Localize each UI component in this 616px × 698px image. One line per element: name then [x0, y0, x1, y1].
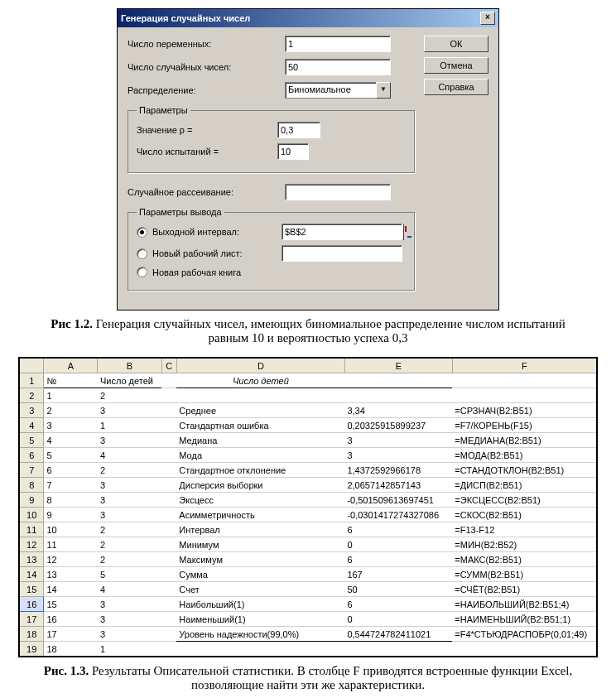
row-header[interactable]: 8 — [19, 478, 44, 493]
table-row[interactable]: 14135Сумма167=СУММ(B2:B51) — [19, 567, 597, 582]
num-rand-input[interactable] — [285, 59, 391, 75]
output-range-input[interactable] — [282, 224, 402, 240]
cell[interactable]: 14 — [44, 582, 98, 597]
cell[interactable]: 17 — [44, 627, 98, 642]
cell[interactable]: Среднее — [176, 403, 344, 418]
row-header[interactable]: 18 — [19, 627, 44, 642]
table-row[interactable]: 543Медиана3=МЕДИАНА(B2:B51) — [19, 433, 597, 448]
cell[interactable] — [161, 478, 176, 493]
cell[interactable] — [161, 612, 176, 627]
cell[interactable]: 5 — [44, 448, 98, 463]
cell[interactable]: 3 — [98, 433, 161, 448]
cell[interactable] — [452, 373, 597, 388]
cell[interactable]: 3 — [344, 433, 452, 448]
column-headers[interactable]: A B C D E F — [19, 358, 597, 373]
cell[interactable]: Стандартное отклонение — [176, 463, 344, 478]
cell[interactable] — [452, 642, 597, 657]
cell[interactable] — [344, 373, 452, 388]
table-row[interactable]: 16153Наибольший(1)6=НАИБОЛЬШИЙ(B2:B51;4) — [19, 597, 597, 612]
cell[interactable]: 1 — [44, 388, 98, 403]
cell[interactable]: 15 — [44, 597, 98, 612]
cell[interactable] — [161, 418, 176, 433]
cell[interactable]: 3 — [344, 448, 452, 463]
row-header[interactable]: 2 — [19, 388, 44, 403]
cell[interactable]: Наименьший(1) — [176, 612, 344, 627]
cell[interactable]: 4 — [98, 582, 161, 597]
cell[interactable]: Наибольший(1) — [176, 597, 344, 612]
table-row[interactable]: 1№Число детейЧисло детей — [19, 373, 597, 388]
spreadsheet[interactable]: A B C D E F 1№Число детейЧисло детей2123… — [18, 357, 598, 657]
cell[interactable]: 3 — [98, 403, 161, 418]
cell[interactable]: Число детей — [176, 373, 344, 388]
cell[interactable]: =МАКС(B2:B51) — [452, 552, 597, 567]
cell[interactable]: Число детей — [98, 373, 161, 388]
row-header[interactable]: 7 — [19, 463, 44, 478]
table-row[interactable]: 17163Наименьший(1)0=НАИМЕНЬШИЙ(B2:B51;1) — [19, 612, 597, 627]
cell[interactable]: =СРЗНАЧ(B2:B51) — [452, 403, 597, 418]
cell[interactable] — [161, 493, 176, 508]
cancel-button[interactable]: Отмена — [424, 57, 488, 74]
table-row[interactable]: 873Дисперсия выборки2,0657142857143=ДИСП… — [19, 478, 597, 493]
table-row[interactable]: 12112Минимум0=МИН(B2:B52) — [19, 537, 597, 552]
cell[interactable] — [161, 508, 176, 522]
row-header[interactable]: 10 — [19, 508, 44, 522]
row-header[interactable]: 13 — [19, 552, 44, 567]
cell[interactable] — [161, 627, 176, 642]
row-header[interactable]: 19 — [19, 642, 44, 657]
table-row[interactable]: 654Мода3=МОДА(B2:B51) — [19, 448, 597, 463]
cell[interactable] — [161, 537, 176, 552]
col-header-B[interactable]: B — [98, 358, 161, 373]
cell[interactable] — [176, 642, 344, 657]
cell[interactable]: =СЧЁТ(B2:B51) — [452, 582, 597, 597]
cell[interactable] — [176, 388, 344, 403]
cell[interactable]: 7 — [44, 478, 98, 493]
cell[interactable] — [161, 522, 176, 537]
cell[interactable]: 12 — [44, 552, 98, 567]
cell[interactable]: 3 — [98, 508, 161, 522]
help-button[interactable]: Справка — [424, 79, 488, 95]
cell[interactable]: Медиана — [176, 433, 344, 448]
table-row[interactable]: 13122Максимум6=МАКС(B2:B51) — [19, 552, 597, 567]
cell[interactable]: 3 — [98, 612, 161, 627]
cell[interactable] — [161, 403, 176, 418]
col-header-E[interactable]: E — [344, 358, 452, 373]
cell[interactable]: Стандартная ошибка — [176, 418, 344, 433]
cell[interactable]: 2 — [44, 403, 98, 418]
cell[interactable]: Уровень надежности(99,0%) — [176, 627, 344, 642]
cell[interactable]: Асимметричность — [176, 508, 344, 522]
table-row[interactable]: 18173Уровень надежности(99,0%)0,54472478… — [19, 627, 597, 642]
row-header[interactable]: 16 — [19, 597, 44, 612]
col-header-A[interactable]: A — [44, 358, 98, 373]
row-header[interactable]: 3 — [19, 403, 44, 418]
cell[interactable]: 3 — [98, 597, 161, 612]
cell[interactable]: 6 — [344, 552, 452, 567]
cell[interactable]: 11 — [44, 537, 98, 552]
cell[interactable] — [161, 373, 176, 388]
cell[interactable]: =F7/КОРЕНЬ(F15) — [452, 418, 597, 433]
cell[interactable]: 10 — [44, 522, 98, 537]
cell[interactable]: 0 — [344, 537, 452, 552]
cell[interactable]: =ДИСП(B2:B51) — [452, 478, 597, 493]
cell[interactable] — [161, 388, 176, 403]
cell[interactable]: Счет — [176, 582, 344, 597]
new-sheet-radio[interactable] — [137, 248, 147, 259]
cell[interactable]: 6 — [344, 522, 452, 537]
new-book-radio[interactable] — [137, 267, 147, 277]
cell[interactable]: Сумма — [176, 567, 344, 582]
cell[interactable] — [161, 567, 176, 582]
cell[interactable]: -0,0301417274327086 — [344, 508, 452, 522]
cell[interactable]: =СТАНДОТКЛОН(B2:B51) — [452, 463, 597, 478]
cell[interactable]: 13 — [44, 567, 98, 582]
cell[interactable]: 2,0657142857143 — [344, 478, 452, 493]
table-row[interactable]: 11102Интервал6=F13-F12 — [19, 522, 597, 537]
cell[interactable]: Максимум — [176, 552, 344, 567]
row-header[interactable]: 11 — [19, 522, 44, 537]
cell[interactable]: 3 — [98, 627, 161, 642]
cell[interactable]: 1 — [98, 418, 161, 433]
cell[interactable]: 2 — [98, 522, 161, 537]
trials-input[interactable] — [277, 143, 309, 160]
cell[interactable]: 2 — [98, 388, 161, 403]
cell[interactable]: 167 — [344, 567, 452, 582]
cell[interactable]: =СКОС(B2:B51) — [452, 508, 597, 522]
row-header[interactable]: 9 — [19, 493, 44, 508]
